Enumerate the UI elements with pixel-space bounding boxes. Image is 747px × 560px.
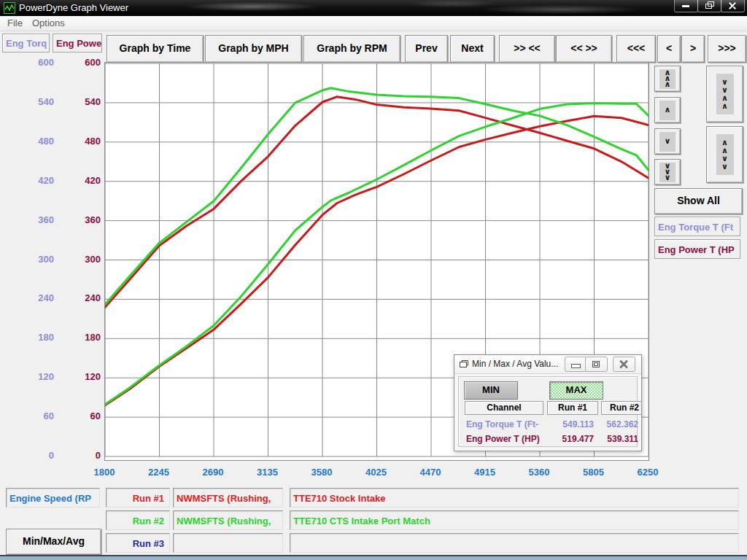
- rpm-axis-tick: 3580: [296, 467, 347, 478]
- minmax-avg-button[interactable]: Min/Max/Avg: [6, 529, 101, 555]
- torque-axis-tick: 540: [12, 96, 54, 107]
- zoom-in-x-button[interactable]: >> <<: [499, 35, 555, 63]
- min-toggle-button[interactable]: MIN: [464, 381, 518, 400]
- close-icon: [728, 2, 737, 9]
- power-axis-tick: 540: [58, 96, 101, 107]
- scroll-left-button[interactable]: <: [657, 35, 681, 63]
- title-bar[interactable]: PowerDyne Graph Viewer: [0, 0, 747, 16]
- scroll-far-left-button[interactable]: <<<: [616, 35, 656, 63]
- y-scroll-down-button[interactable]: ∨: [654, 128, 681, 155]
- y-zoom-in-button[interactable]: ∨ ∨ ∧ ∧: [706, 66, 743, 122]
- minmax-minimize-button[interactable]: [565, 357, 587, 372]
- power-channel-label[interactable]: Eng Power T (HP: [654, 239, 740, 259]
- power-axis-tick: 600: [58, 57, 101, 68]
- minmax-window-title: Min / Max / Avg Valu...: [472, 359, 558, 369]
- y-scroll-up-button[interactable]: ∧: [654, 97, 681, 123]
- menu-file[interactable]: File: [4, 18, 26, 28]
- minmax-title-bar[interactable]: Min / Max / Avg Valu...: [454, 355, 641, 374]
- minmax-row-run2-value: 539.311: [600, 434, 638, 444]
- rpm-axis-tick: 3135: [242, 467, 293, 478]
- torque-axis-tick: 420: [12, 175, 54, 186]
- rpm-axis-tick: 1800: [79, 467, 130, 478]
- graph-by-mph-button[interactable]: Graph by MPH: [205, 35, 302, 63]
- run3-description-box: [290, 533, 739, 553]
- power-axis-tick: 0: [58, 450, 101, 461]
- minmax-row-run1-value: 519.477: [543, 434, 594, 444]
- tab-torque-channel[interactable]: Eng Torq: [2, 34, 50, 52]
- window-title: PowerDyne Graph Viewer: [19, 2, 128, 13]
- power-axis-tick: 180: [58, 332, 101, 343]
- chevron-up-icon: ∧: [665, 107, 671, 113]
- window-bottom-border: [0, 555, 747, 560]
- minimize-button[interactable]: [674, 0, 698, 12]
- menu-options[interactable]: Options: [29, 18, 68, 28]
- tab-power-channel[interactable]: Eng Powe: [53, 34, 102, 52]
- minmax-restore-button[interactable]: [585, 357, 608, 372]
- run1-label: Run #1: [106, 488, 170, 508]
- restore-icon: [705, 4, 712, 9]
- show-all-button[interactable]: Show All: [654, 188, 743, 214]
- rpm-axis-tick: 4915: [460, 467, 511, 478]
- rpm-axis-tick: 6250: [622, 467, 673, 478]
- minmax-row-channel: Eng Torque T (Ft-: [466, 419, 538, 429]
- chevron-down-icon: ∨: [665, 139, 671, 144]
- run2-description-box: TTE710 CTS Intake Port Match: [290, 510, 739, 530]
- max-toggle-button[interactable]: MAX: [549, 381, 603, 400]
- triple-chevron-up-icon: ∧ ∧ ∧: [665, 70, 671, 88]
- window-controls: [675, 0, 745, 12]
- run2-column-header[interactable]: Run #2: [601, 401, 642, 415]
- close-icon: [619, 360, 628, 368]
- restore-button[interactable]: [697, 0, 721, 12]
- minmax-row-channel: Eng Power T (HP): [466, 434, 540, 444]
- power-axis-tick: 300: [58, 254, 101, 265]
- channel-column-header[interactable]: Channel: [465, 401, 543, 415]
- rpm-axis-tick: 2690: [187, 467, 239, 478]
- torque-axis-tick: 360: [12, 214, 54, 225]
- scroll-far-right-button[interactable]: >>>: [708, 35, 746, 63]
- minmax-panel: MIN MAX Channel Run #1 Run #2 Eng Torque…: [458, 376, 638, 447]
- power-axis-tick: 120: [58, 371, 101, 382]
- minimize-icon: [571, 364, 581, 368]
- graph-by-time-button[interactable]: Graph by Time: [107, 35, 204, 63]
- run2-label: Run #2: [106, 510, 170, 530]
- torque-axis-tick: 0: [12, 450, 54, 461]
- menu-bar: File Options: [0, 16, 747, 31]
- rpm-axis-tick: 5805: [568, 467, 619, 478]
- rpm-axis-tick: 2245: [133, 467, 185, 478]
- torque-axis-tick: 480: [12, 136, 54, 147]
- minimize-icon: [682, 5, 689, 7]
- power-axis-tick: 60: [58, 411, 101, 421]
- run2-file-box: NWMSFTS (Rushing,: [173, 510, 283, 530]
- rpm-axis-tick: 4025: [351, 467, 402, 478]
- powerdyne-graph-viewer-window: PowerDyne Graph Viewer File Options Eng …: [0, 0, 747, 560]
- y-scroll-page-up-button[interactable]: ∧ ∧ ∧: [654, 66, 681, 92]
- zoom-out-x-button[interactable]: << >>: [556, 35, 612, 63]
- y-scroll-page-down-button[interactable]: ∨ ∨ ∨: [654, 159, 681, 185]
- collapse-vertical-icon: ∨ ∨ ∧ ∧: [721, 78, 728, 110]
- run1-file-box: NWMSFTS (Rushing,: [173, 488, 283, 508]
- torque-axis-tick: 240: [12, 292, 54, 303]
- x-axis-channel-label: Engine Speed (RP: [6, 488, 100, 508]
- prev-button[interactable]: Prev: [405, 35, 448, 63]
- minmax-values-window: Min / Max / Avg Valu... MIN MAX Channel …: [454, 354, 642, 451]
- torque-channel-label[interactable]: Eng Torque T (Ft: [654, 217, 740, 236]
- close-button[interactable]: [721, 0, 745, 12]
- power-axis-tick: 420: [58, 175, 101, 186]
- y-zoom-out-button[interactable]: ∧ ∧ ∨ ∨: [706, 126, 743, 183]
- rpm-axis-tick: 5360: [514, 467, 565, 478]
- minmax-close-button[interactable]: [613, 357, 635, 372]
- graph-by-rpm-button[interactable]: Graph by RPM: [303, 35, 400, 63]
- scroll-right-button[interactable]: >: [681, 35, 705, 63]
- torque-axis-tick: 300: [12, 254, 54, 265]
- minmax-row-run2-value: 562.362: [600, 419, 638, 429]
- torque-axis-tick: 180: [12, 332, 54, 343]
- run3-file-box: [173, 533, 283, 553]
- torque-axis-tick: 120: [12, 371, 54, 382]
- run1-column-header[interactable]: Run #1: [547, 401, 598, 415]
- rpm-axis-tick: 4470: [405, 467, 456, 478]
- torque-axis-tick: 60: [12, 411, 54, 421]
- expand-vertical-icon: ∧ ∧ ∨ ∨: [721, 139, 728, 171]
- restore-icon: [592, 361, 600, 368]
- app-icon: [4, 2, 15, 14]
- next-button[interactable]: Next: [450, 35, 495, 63]
